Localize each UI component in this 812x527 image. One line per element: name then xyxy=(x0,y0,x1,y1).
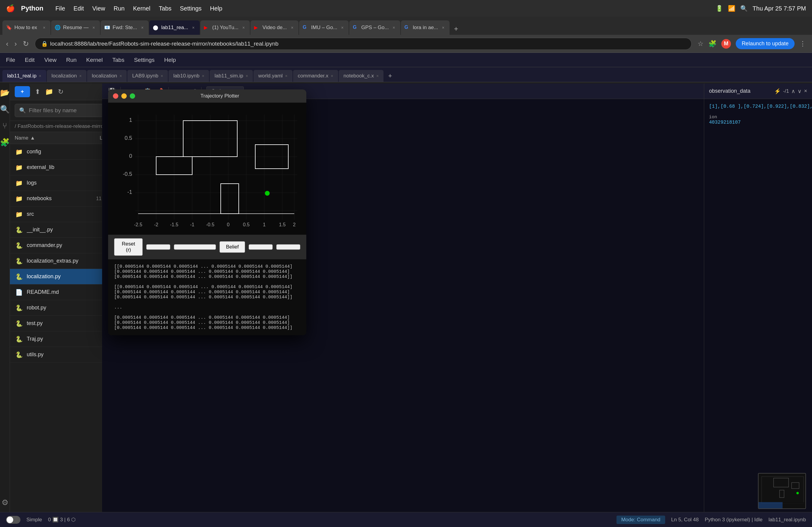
file-name-traj: Traj.py xyxy=(27,336,78,342)
nb-tab-loc2-close[interactable]: × xyxy=(119,74,122,78)
cell-sep: | xyxy=(64,517,67,523)
apple-icon[interactable]: 🍎 xyxy=(6,4,15,13)
new-tab-button[interactable]: + xyxy=(450,23,462,35)
output-line-4: [[0.0005144 0.0005144 0.0005144 ... 0.00… xyxy=(114,285,300,290)
tab-imu[interactable]: G IMU – Go... × xyxy=(299,20,349,35)
tab-imu-close[interactable]: × xyxy=(339,25,345,30)
cell-icon: 🔲 xyxy=(52,517,60,523)
tab-lab11[interactable]: ⬤ lab11_rea... × xyxy=(149,20,200,35)
tab-youtube2[interactable]: ▶ Video de... × xyxy=(250,20,299,35)
nb-tab-lab11real[interactable]: lab11_real.ip × xyxy=(2,70,46,82)
tab-fwd-close[interactable]: × xyxy=(140,25,145,30)
nb-tab-lab11real-close[interactable]: × xyxy=(39,74,41,78)
traj-btn-empty3[interactable] xyxy=(249,244,273,250)
nb-tab-notebook-close[interactable]: × xyxy=(376,74,379,78)
obs-prev-button[interactable]: ∧ xyxy=(791,88,795,94)
menu-edit[interactable]: Edit xyxy=(74,5,84,12)
nb-tab-lab9-close[interactable]: × xyxy=(161,74,163,78)
jmenu-settings[interactable]: Settings xyxy=(134,57,155,63)
reset-button[interactable]: Reset (r) xyxy=(114,238,143,256)
bookmark-icon[interactable]: ☆ xyxy=(698,40,704,48)
tab-lora[interactable]: G lora in ae... × xyxy=(401,20,450,35)
nb-tab-notebook[interactable]: notebook_c.x × xyxy=(339,70,383,82)
menu-help[interactable]: Help xyxy=(210,5,222,12)
minimize-window-button[interactable] xyxy=(121,93,127,99)
files-icon[interactable]: 📂 xyxy=(0,88,10,97)
search-box-icon: 🔍 xyxy=(19,107,26,114)
tab-youtube1[interactable]: ▶ (1) YouTu... × xyxy=(200,20,250,35)
menu-view[interactable]: View xyxy=(92,5,105,12)
simple-toggle[interactable] xyxy=(6,516,20,524)
nb-tab-lab10[interactable]: lab10.ipynb × xyxy=(169,70,209,82)
settings-strip-icon[interactable]: ⚙ xyxy=(1,498,9,507)
tab-yt1-close[interactable]: × xyxy=(241,25,246,30)
nb-tab-loc2[interactable]: localization × xyxy=(87,70,127,82)
nb-tab-lab11sim-close[interactable]: × xyxy=(246,74,248,78)
jmenu-file[interactable]: File xyxy=(6,57,15,63)
cell-col2: 6 xyxy=(67,517,70,523)
obs-close-button[interactable]: × xyxy=(804,88,807,94)
back-button[interactable]: ‹ xyxy=(6,40,9,48)
tab-yt2-close[interactable]: × xyxy=(289,25,295,30)
extensions-icon[interactable]: 🧩 xyxy=(708,40,716,48)
new-file-button[interactable]: + xyxy=(15,86,30,97)
more-options-icon[interactable]: ⋮ xyxy=(799,40,806,48)
menu-file[interactable]: File xyxy=(56,5,65,12)
nb-tab-loc1[interactable]: localization × xyxy=(47,70,86,82)
search-strip-icon[interactable]: 🔍 xyxy=(0,105,10,114)
url-input[interactable]: 🔒 localhost:8888/lab/tree/FastRobots-sim… xyxy=(35,38,692,50)
nb-tab-world-label: world.yaml xyxy=(258,73,282,79)
cell-col: 3 xyxy=(60,517,63,523)
menu-tabs[interactable]: Tabs xyxy=(159,5,172,12)
jmenu-run[interactable]: Run xyxy=(66,57,76,63)
nb-tab-world[interactable]: world.yaml × xyxy=(253,70,292,82)
tab-resume-close[interactable]: × xyxy=(91,25,97,30)
new-notebook-tab-button[interactable]: + xyxy=(384,70,396,82)
upload-button[interactable]: ⬆ xyxy=(35,88,40,96)
tab-gps[interactable]: G GPS – Go... × xyxy=(349,20,400,35)
nb-tab-lab9[interactable]: LAB9.ipynb × xyxy=(127,70,168,82)
tab-howto-close[interactable]: × xyxy=(41,25,47,30)
reload-button[interactable]: ↻ xyxy=(23,40,29,48)
x-label-05: 0.5 xyxy=(243,222,249,227)
obs-filter-icon[interactable]: ⚡ xyxy=(774,88,781,94)
icon-strip: 📂 🔍 ⑂ 🧩 ⚙ xyxy=(0,84,10,512)
jmenu-tabs[interactable]: Tabs xyxy=(112,57,124,63)
menu-run[interactable]: Run xyxy=(114,5,125,12)
refresh-button[interactable]: ↻ xyxy=(58,88,63,96)
relaunch-button[interactable]: Relaunch to update xyxy=(736,38,795,49)
jmenu-help[interactable]: Help xyxy=(164,57,176,63)
traj-btn-empty1[interactable] xyxy=(146,244,170,250)
col-name-header[interactable]: Name ▲ xyxy=(15,135,82,141)
maximize-window-button[interactable] xyxy=(130,93,135,99)
tab-resume[interactable]: 🌐 Resume — × xyxy=(51,20,100,35)
search-icon[interactable]: 🔍 xyxy=(740,5,748,12)
jmenu-view[interactable]: View xyxy=(44,57,56,63)
nb-tab-commander-close[interactable]: × xyxy=(331,74,333,78)
tab-lab11-close[interactable]: × xyxy=(191,25,196,30)
menu-kernel[interactable]: Kernel xyxy=(133,5,150,12)
extensions-strip-icon[interactable]: 🧩 xyxy=(0,138,10,147)
nb-tab-commander[interactable]: commander.x × xyxy=(293,70,338,82)
tab-lora-close[interactable]: × xyxy=(440,25,446,30)
avatar-icon[interactable]: M xyxy=(721,39,731,49)
menu-settings[interactable]: Settings xyxy=(180,5,202,12)
tab-gps-close[interactable]: × xyxy=(391,25,397,30)
new-folder-button[interactable]: 📁 xyxy=(45,88,53,96)
traj-btn-empty2[interactable] xyxy=(174,244,216,250)
nb-tab-lab11sim[interactable]: lab11_sim.ip × xyxy=(209,70,253,82)
jmenu-edit[interactable]: Edit xyxy=(25,57,35,63)
forward-button[interactable]: › xyxy=(14,40,17,48)
traj-btn-empty4[interactable] xyxy=(276,244,300,250)
tab-fwd[interactable]: 📧 Fwd: Ste... × xyxy=(101,20,149,35)
obs-next-button[interactable]: ∨ xyxy=(798,88,801,94)
jmenu-kernel[interactable]: Kernel xyxy=(86,57,103,63)
tab-howto[interactable]: 🔖 How to ex × xyxy=(2,20,50,35)
nb-tab-lab10-close[interactable]: × xyxy=(202,74,204,78)
nb-tab-world-close[interactable]: × xyxy=(285,74,287,78)
nb-tab-loc1-close[interactable]: × xyxy=(79,74,82,78)
close-window-button[interactable] xyxy=(113,93,118,99)
belief-button[interactable]: Belief xyxy=(219,241,245,253)
preview-svg xyxy=(758,473,806,509)
git-icon[interactable]: ⑂ xyxy=(2,121,7,131)
